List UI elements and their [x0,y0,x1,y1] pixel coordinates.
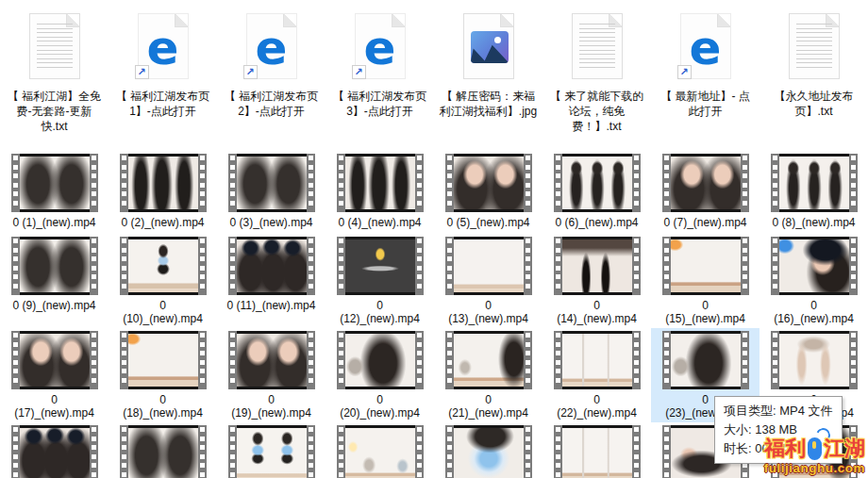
sun-dot [494,37,501,43]
file-item-4[interactable]: e ↗ 【 福利江湖发布页3】-点此打开 [326,6,434,151]
filmstrip-sprocket [632,331,641,389]
file-item-6[interactable]: 【 来了就能下载的论坛，纯免费！】.txt [542,6,651,151]
filmstrip-sprocket [198,331,207,389]
thumbnail-frame [345,425,415,478]
file-item-1[interactable]: 【 福利江湖】全免费-无套路-更新快.txt [0,6,108,151]
video-file-13[interactable]: 0 (13)_(new).mp4 [434,234,542,328]
video-file-8[interactable]: 0 (8)_(new).mp4 [760,151,868,234]
text-file-icon [572,13,623,79]
thumbnail-frame [562,154,632,212]
video-thumbnail [228,425,315,478]
file-item-2[interactable]: e ↗ 【 福利江湖发布页1】-点此打开 [108,6,217,151]
video-file-20[interactable]: 0 (20)_(new).mp4 [326,328,434,422]
video-name-label: 0 (17)_(new).mp4 [10,393,99,420]
filmstrip-sprocket [337,425,345,478]
video-file-14[interactable]: 0 (14)_(new).mp4 [542,234,651,328]
filmstrip-sprocket [741,237,749,295]
thumbnail-frame [20,425,90,478]
site-watermark: 福利 江湖 fulijianghu.com [764,437,865,475]
video-thumbnail [337,425,424,478]
thumbnail-frame [237,425,307,478]
video-file-6[interactable]: 0 (6)_(new).mp4 [542,151,651,234]
filmstrip-sprocket [90,154,98,212]
filmstrip-sprocket [337,237,345,295]
video-thumbnail [120,237,207,295]
video-file-27[interactable] [217,422,326,478]
edge-url-file-icon: e ↗ [680,13,731,79]
video-file-25[interactable] [0,422,108,478]
video-file-21[interactable]: 0 (21)_(new).mp4 [434,328,542,422]
file-name-label: 【永久地址发布页】.txt [764,89,864,119]
video-thumbnail [445,237,532,295]
thumbnail-frame [20,237,90,295]
video-file-9[interactable]: 0 (9)_(new).mp4 [0,234,108,328]
tooltip-item-type: 项目类型: MP4 文件 [724,402,833,420]
video-file-5[interactable]: 0 (5)_(new).mp4 [434,151,542,234]
icon-row: 【 福利江湖】全免费-无套路-更新快.txt e ↗ 【 福利江湖发布页1】-点… [0,6,868,151]
video-file-4[interactable]: 0 (4)_(new).mp4 [326,151,434,234]
video-thumbnail [120,331,207,389]
video-file-16[interactable]: 0 (16)_(new).mp4 [760,234,868,328]
thumbnail-frame [128,237,198,295]
filmstrip-sprocket [741,331,749,389]
file-item-5[interactable]: 【 解压密码：来福利江湖找福利】.jpg [434,6,542,151]
video-thumbnail [771,237,858,295]
video-file-10[interactable]: 0 (10)_(new).mp4 [108,234,217,328]
video-file-15[interactable]: 0 (15)_(new).mp4 [651,234,760,328]
watermark-domain: fulijianghu.com [764,462,865,475]
filmstrip-sprocket [415,425,424,478]
video-name-label: 0 (3)_(new).mp4 [227,216,316,229]
filmstrip-sprocket [307,154,315,212]
file-icon-wrap [572,6,623,87]
video-name-label: 0 (2)_(new).mp4 [119,216,208,229]
thumbnail-frame [671,154,741,212]
video-file-7[interactable]: 0 (7)_(new).mp4 [651,151,760,234]
video-name-label: 0 (12)_(new).mp4 [336,299,425,325]
filmstrip-sprocket [415,237,424,295]
filmstrip-sprocket [554,237,562,295]
thumbnail-frame [20,331,90,389]
filmstrip-sprocket [337,154,345,212]
video-file-26[interactable] [108,422,217,478]
filmstrip-sprocket [120,331,128,389]
video-file-11[interactable]: 0 (11)_(new).mp4 [217,234,326,328]
thumbnail-frame [128,425,198,478]
explorer-content-area[interactable]: { "window": { "background": "#ffffff", "… [0,0,868,478]
video-file-2[interactable]: 0 (2)_(new).mp4 [108,151,217,234]
video-name-label: 0 (18)_(new).mp4 [119,393,208,420]
watermark-text-right: 江湖 [824,438,865,459]
video-file-30[interactable] [542,422,651,478]
video-file-1[interactable]: 0 (1)_(new).mp4 [0,151,108,234]
video-file-12[interactable]: 0 (12)_(new).mp4 [326,234,434,328]
filmstrip-sprocket [90,237,98,295]
video-file-19[interactable]: 0 (19)_(new).mp4 [217,328,326,422]
video-file-3[interactable]: 0 (3)_(new).mp4 [217,151,326,234]
file-item-7[interactable]: e ↗ 【 最新地址】- 点此打开 [651,6,760,151]
video-name-label: 0 (9)_(new).mp4 [10,299,99,312]
filmstrip-sprocket [120,237,128,295]
filmstrip-sprocket [524,154,532,212]
filmstrip-sprocket [120,154,128,212]
file-icon-wrap: e ↗ [680,6,731,87]
filmstrip-sprocket [90,425,98,478]
filmstrip-sprocket [741,154,749,212]
filmstrip-sprocket [445,331,454,389]
video-file-22[interactable]: 0 (22)_(new).mp4 [542,328,651,422]
file-item-8[interactable]: 【永久地址发布页】.txt [760,6,868,151]
file-item-3[interactable]: e ↗ 【 福利江湖发布页2】-点此打开 [217,6,326,151]
thumbnail-frame [345,237,415,295]
video-file-18[interactable]: 0 (18)_(new).mp4 [108,328,217,422]
filmstrip-sprocket [228,425,237,478]
video-file-17[interactable]: 0 (17)_(new).mp4 [0,328,108,422]
video-file-29[interactable] [434,422,542,478]
filmstrip-sprocket [198,425,207,478]
file-name-label: 【 最新地址】- 点此打开 [656,89,756,119]
thumbnail-frame [20,154,90,212]
filmstrip-sprocket [198,154,207,212]
filmstrip-sprocket [307,237,315,295]
filmstrip-sprocket [771,154,779,212]
video-name-label: 0 (8)_(new).mp4 [770,216,859,229]
video-thumbnail [228,154,315,212]
filmstrip-sprocket [415,154,424,212]
video-file-28[interactable] [326,422,434,478]
